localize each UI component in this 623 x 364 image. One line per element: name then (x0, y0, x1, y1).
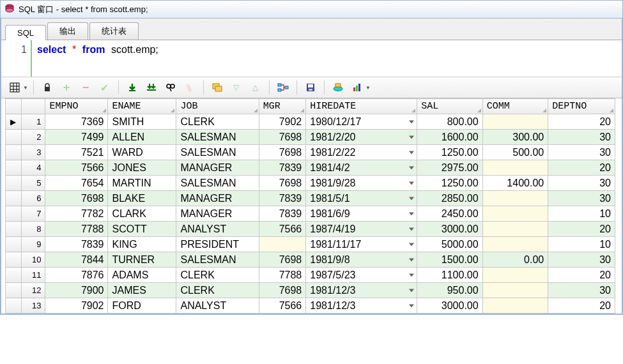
cell-mgr[interactable]: 7698 (259, 145, 306, 160)
cell-job[interactable]: CLERK (176, 283, 259, 298)
tab-SQL[interactable]: SQL (5, 25, 46, 40)
cell-comm[interactable] (482, 222, 548, 237)
row-indicator[interactable] (6, 222, 22, 237)
table-row[interactable]: ▶17369SMITHCLERK79021980/12/17800.0020 (6, 114, 615, 130)
row-indicator[interactable] (6, 145, 22, 160)
date-picker-icon[interactable] (409, 243, 414, 246)
cell-job[interactable]: ANALYST (176, 298, 259, 314)
row-indicator[interactable] (6, 252, 22, 268)
table-row[interactable]: 77782CLARKMANAGER78391981/6/92450.0010 (6, 206, 615, 222)
cell-mgr[interactable]: 7698 (259, 252, 306, 268)
fetch-all-button[interactable] (143, 80, 160, 95)
cell-empno[interactable]: 7844 (45, 252, 108, 268)
cell-comm[interactable]: 300.00 (482, 130, 548, 145)
cell-empno[interactable]: 7902 (45, 298, 108, 314)
cell-sal[interactable]: 3000.00 (417, 298, 483, 314)
row-number[interactable]: 4 (21, 160, 45, 176)
cell-deptno[interactable]: 30 (548, 283, 615, 298)
cell-empno[interactable]: 7698 (45, 191, 108, 206)
cell-sal[interactable]: 1600.00 (417, 130, 483, 145)
row-number-header[interactable] (21, 99, 45, 114)
tab-输出[interactable]: 输出 (47, 22, 88, 40)
row-indicator[interactable] (6, 206, 22, 222)
cell-empno[interactable]: 7839 (45, 237, 108, 252)
date-picker-icon[interactable] (409, 227, 414, 231)
row-indicator[interactable] (6, 237, 22, 252)
cell-ename[interactable]: TURNER (108, 252, 176, 268)
row-indicator[interactable] (6, 130, 22, 145)
cell-hiredate[interactable]: 1981/2/20 (306, 130, 417, 145)
date-picker-icon[interactable] (409, 289, 414, 292)
cell-comm[interactable] (482, 283, 548, 298)
cell-job[interactable]: CLERK (176, 268, 259, 283)
cell-ename[interactable]: WARD (108, 145, 176, 160)
column-header-ename[interactable]: ENAME (108, 99, 176, 114)
row-number[interactable]: 9 (21, 237, 45, 252)
cell-mgr[interactable]: 7698 (259, 283, 306, 298)
date-picker-icon[interactable] (409, 304, 414, 307)
table-row[interactable]: 47566JONESMANAGER78391981/4/22975.0020 (6, 160, 615, 176)
cell-hiredate[interactable]: 1987/4/19 (306, 222, 417, 237)
row-number[interactable]: 10 (21, 252, 45, 268)
dropdown-icon[interactable]: ▼ (23, 85, 28, 91)
row-indicator[interactable] (6, 283, 22, 298)
cell-mgr[interactable] (259, 237, 306, 252)
table-row[interactable]: 127900JAMESCLERK76981981/12/3950.0030 (6, 283, 615, 298)
table-row[interactable]: 97839KINGPRESIDENT1981/11/175000.0010 (6, 237, 615, 252)
row-number[interactable]: 7 (21, 206, 45, 222)
add-row-button[interactable]: + (58, 80, 75, 95)
cell-job[interactable]: SALESMAN (176, 252, 259, 268)
cell-deptno[interactable]: 30 (548, 130, 615, 145)
cell-comm[interactable]: 0.00 (482, 252, 548, 268)
cell-job[interactable]: MANAGER (176, 206, 259, 222)
cell-deptno[interactable]: 20 (548, 222, 615, 237)
row-number[interactable]: 2 (21, 130, 45, 145)
result-grid[interactable]: EMPNOENAMEJOBMGRHIREDATESALCOMMDEPTNO ▶1… (1, 98, 622, 314)
table-row[interactable]: 117876ADAMSCLERK77881987/5/231100.0020 (6, 268, 615, 283)
row-indicator[interactable] (6, 176, 22, 191)
grid-view-button[interactable] (6, 80, 23, 95)
clear-filter-button[interactable] (181, 80, 198, 95)
cell-comm[interactable]: 1400.00 (482, 176, 548, 191)
cell-deptno[interactable]: 10 (548, 206, 615, 222)
table-row[interactable]: 87788SCOTTANALYST75661987/4/193000.0020 (6, 222, 615, 237)
cell-comm[interactable] (482, 268, 548, 283)
row-number[interactable]: 8 (21, 222, 45, 237)
cell-hiredate[interactable]: 1981/9/8 (306, 252, 417, 268)
date-picker-icon[interactable] (409, 135, 414, 139)
column-header-empno[interactable]: EMPNO (45, 99, 108, 114)
cell-ename[interactable]: ADAMS (108, 268, 176, 283)
cell-job[interactable]: SALESMAN (176, 176, 259, 191)
table-row[interactable]: 67698BLAKEMANAGER78391981/5/12850.0030 (6, 191, 615, 206)
cell-mgr[interactable]: 7698 (259, 130, 306, 145)
cell-empno[interactable]: 7499 (45, 130, 108, 145)
row-number[interactable]: 12 (21, 283, 45, 298)
cell-deptno[interactable]: 20 (548, 298, 615, 314)
query-by-example-button[interactable] (275, 80, 291, 95)
cell-mgr[interactable]: 7839 (259, 191, 306, 206)
cell-deptno[interactable]: 30 (548, 252, 615, 268)
table-row[interactable]: 107844TURNERSALESMAN76981981/9/81500.000… (6, 252, 615, 268)
cell-sal[interactable]: 1500.00 (417, 252, 483, 268)
cell-sal[interactable]: 2850.00 (417, 191, 483, 206)
cell-hiredate[interactable]: 1981/12/3 (306, 298, 417, 314)
row-number[interactable]: 1 (21, 114, 45, 130)
cell-hiredate[interactable]: 1981/12/3 (306, 283, 417, 298)
cell-deptno[interactable]: 30 (548, 191, 615, 206)
cell-hiredate[interactable]: 1980/12/17 (306, 114, 417, 130)
single-record-button[interactable] (209, 80, 226, 95)
cell-comm[interactable] (482, 160, 548, 176)
column-header-sal[interactable]: SAL (417, 99, 483, 114)
cell-job[interactable]: ANALYST (176, 222, 259, 237)
chart-button[interactable] (349, 80, 365, 95)
cell-job[interactable]: CLERK (176, 114, 259, 130)
cell-job[interactable]: SALESMAN (176, 145, 259, 160)
cell-ename[interactable]: JAMES (108, 283, 176, 298)
cell-mgr[interactable]: 7566 (259, 222, 306, 237)
cell-sal[interactable]: 1100.00 (417, 268, 483, 283)
cell-mgr[interactable]: 7698 (259, 176, 306, 191)
cell-deptno[interactable]: 30 (548, 176, 615, 191)
cell-hiredate[interactable]: 1981/6/9 (306, 206, 417, 222)
cell-deptno[interactable]: 30 (548, 145, 615, 160)
row-number[interactable]: 3 (21, 145, 45, 160)
